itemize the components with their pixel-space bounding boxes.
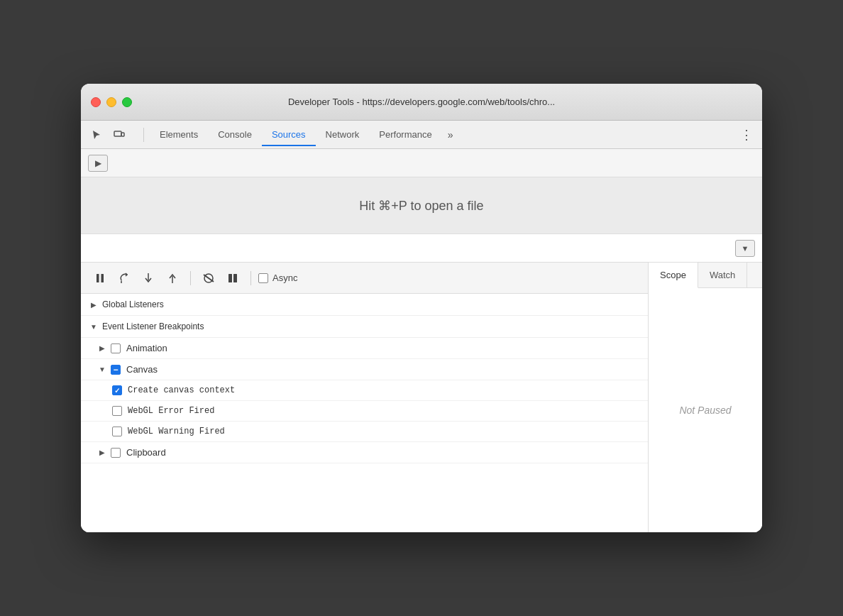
panel-toggle-row: ▶ xyxy=(81,149,762,177)
file-hint-text: Hit ⌘+P to open a file xyxy=(359,198,483,214)
tab-elements[interactable]: Elements xyxy=(150,123,208,145)
dropdown-row: ▼ xyxy=(81,234,762,263)
tab-network[interactable]: Network xyxy=(316,123,370,145)
tab-scope[interactable]: Scope xyxy=(649,263,698,288)
triangle-event-listener: ▼ xyxy=(89,322,98,331)
right-panel: Scope Watch Not Paused xyxy=(649,263,762,532)
svg-rect-2 xyxy=(97,274,99,282)
tab-divider xyxy=(143,128,144,142)
checkbox-clipboard[interactable] xyxy=(111,448,121,458)
content-area: ▶ Hit ⌘+P to open a file ▼ xyxy=(81,149,762,532)
async-text: Async xyxy=(272,273,297,283)
section-event-listener-breakpoints[interactable]: ▼ Event Listener Breakpoints xyxy=(81,316,648,338)
svg-rect-3 xyxy=(101,274,104,282)
step-over-button[interactable] xyxy=(114,269,135,287)
tab-bar: Elements Console Sources Network Perform… xyxy=(81,121,762,149)
triangle-canvas: ▼ xyxy=(98,365,106,374)
checkbox-create-canvas-context[interactable] xyxy=(112,385,122,395)
step-out-button[interactable] xyxy=(162,269,183,287)
panel-toggle-icon: ▶ xyxy=(95,158,101,168)
traffic-lights xyxy=(91,97,132,107)
bp-item-clipboard[interactable]: ▶ Clipboard xyxy=(81,442,648,463)
triangle-clipboard: ▶ xyxy=(98,449,106,457)
scope-watch-tabs: Scope Watch xyxy=(649,263,762,288)
tab-performance[interactable]: Performance xyxy=(369,123,441,145)
bp-item-canvas[interactable]: ▼ Canvas xyxy=(81,359,648,380)
bp-item-animation[interactable]: ▶ Animation xyxy=(81,338,648,359)
pause-button[interactable] xyxy=(89,269,111,287)
debug-divider-2 xyxy=(250,271,251,285)
triangle-animation: ▶ xyxy=(98,344,106,353)
dropdown-button[interactable]: ▼ xyxy=(735,240,755,257)
debugger-area: Async ▶ Global Listeners ▼ Event Listene… xyxy=(81,263,762,532)
bp-item-create-canvas-context[interactable]: Create canvas context xyxy=(81,380,648,401)
deactivate-breakpoints-button[interactable] xyxy=(198,269,219,287)
webgl-warning-label: WebGL Warning Fired xyxy=(128,427,225,436)
window-title: Developer Tools - https://developers.goo… xyxy=(288,97,555,107)
not-paused-text: Not Paused xyxy=(679,405,731,416)
svg-rect-10 xyxy=(233,274,237,282)
maximize-button[interactable] xyxy=(122,97,132,107)
left-panel: Async ▶ Global Listeners ▼ Event Listene… xyxy=(81,263,649,532)
checkbox-webgl-warning[interactable] xyxy=(112,427,122,436)
animation-label: Animation xyxy=(126,343,167,353)
checkbox-canvas[interactable] xyxy=(111,365,121,375)
checkbox-webgl-error[interactable] xyxy=(112,406,122,416)
svg-rect-0 xyxy=(114,131,121,136)
webgl-error-label: WebGL Error Fired xyxy=(128,406,214,416)
create-canvas-context-label: Create canvas context xyxy=(128,385,235,395)
svg-rect-1 xyxy=(121,133,124,136)
debug-divider-1 xyxy=(190,271,191,285)
more-tabs-button[interactable]: » xyxy=(442,126,459,143)
pause-exceptions-button[interactable] xyxy=(222,269,243,287)
device-toolbar-icon[interactable] xyxy=(109,125,129,145)
async-label[interactable]: Async xyxy=(258,273,297,283)
section-global-listeners[interactable]: ▶ Global Listeners xyxy=(81,294,648,316)
toolbar-icons xyxy=(87,125,129,145)
clipboard-label: Clipboard xyxy=(126,447,166,458)
tab-console[interactable]: Console xyxy=(208,123,262,145)
debugger-toolbar: Async xyxy=(81,263,648,294)
dropdown-icon: ▼ xyxy=(742,244,749,253)
canvas-label: Canvas xyxy=(126,364,158,375)
triangle-global-listeners: ▶ xyxy=(89,300,98,309)
tab-watch[interactable]: Watch xyxy=(698,263,747,287)
file-hint-area: Hit ⌘+P to open a file xyxy=(81,177,762,234)
cursor-icon[interactable] xyxy=(87,125,106,145)
checkbox-animation[interactable] xyxy=(111,343,121,353)
devtools-window: Developer Tools - https://developers.goo… xyxy=(81,84,762,532)
global-listeners-label: Global Listeners xyxy=(102,299,164,309)
tab-sources[interactable]: Sources xyxy=(262,123,316,145)
svg-rect-9 xyxy=(228,274,232,282)
title-bar: Developer Tools - https://developers.goo… xyxy=(81,84,762,121)
close-button[interactable] xyxy=(91,97,101,107)
step-into-button[interactable] xyxy=(138,269,159,287)
bp-item-webgl-warning[interactable]: WebGL Warning Fired xyxy=(81,422,648,442)
not-paused-area: Not Paused xyxy=(649,288,762,532)
event-listener-label: Event Listener Breakpoints xyxy=(102,321,204,331)
tabs: Elements Console Sources Network Perform… xyxy=(150,123,737,145)
tab-menu-button[interactable]: ⋮ xyxy=(737,125,756,145)
async-checkbox[interactable] xyxy=(258,273,268,283)
breakpoints-panel: ▶ Global Listeners ▼ Event Listener Brea… xyxy=(81,294,648,532)
minimize-button[interactable] xyxy=(106,97,116,107)
bp-item-webgl-error[interactable]: WebGL Error Fired xyxy=(81,401,648,422)
panel-toggle-button[interactable]: ▶ xyxy=(88,155,108,172)
